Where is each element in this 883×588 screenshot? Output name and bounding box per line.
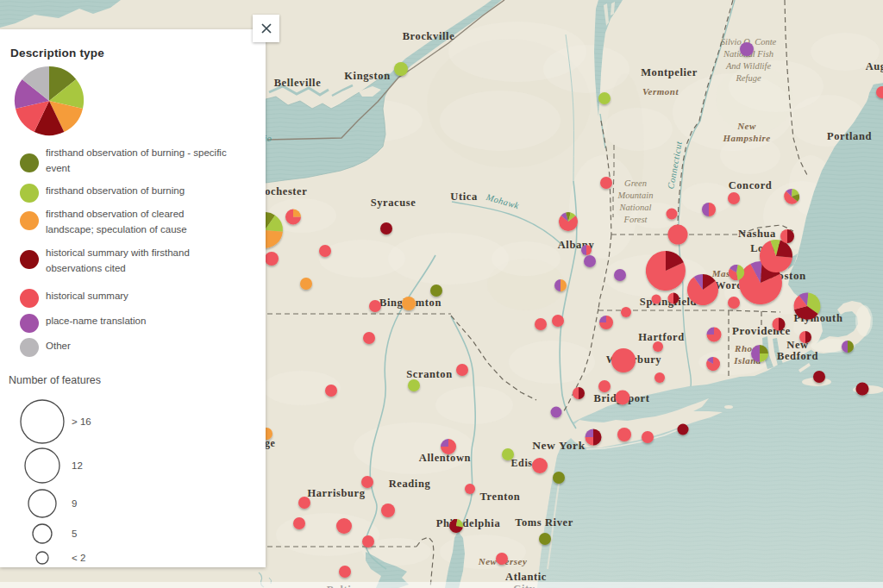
svg-text:Vermont: Vermont [642, 86, 679, 97]
svg-text:Montpelier: Montpelier [641, 66, 698, 78]
svg-text:Bedford: Bedford [777, 350, 818, 362]
svg-text:Forest: Forest [623, 215, 648, 224]
svg-text:> 16: > 16 [72, 416, 91, 427]
svg-text:Nashua: Nashua [738, 228, 776, 240]
svg-text:Syracuse: Syracuse [371, 197, 416, 209]
svg-text:Mountain: Mountain [617, 191, 654, 200]
svg-text:Trenton: Trenton [480, 491, 521, 503]
svg-text:Reading: Reading [389, 478, 431, 490]
svg-text:Green: Green [624, 178, 647, 188]
svg-text:New: New [736, 121, 756, 131]
svg-text:Scranton: Scranton [406, 368, 452, 380]
svg-text:9: 9 [72, 498, 77, 509]
svg-text:Hartford: Hartford [638, 331, 684, 343]
svg-text:Brockville: Brockville [403, 30, 455, 42]
svg-text:Philadelphia: Philadelphia [436, 517, 501, 529]
svg-text:12: 12 [72, 460, 83, 471]
svg-text:Belleville: Belleville [274, 77, 322, 89]
svg-text:Concord: Concord [729, 179, 773, 191]
svg-text:And Wildlife: And Wildlife [725, 61, 772, 71]
svg-text:Utica: Utica [450, 191, 478, 203]
svg-text:Toms River: Toms River [515, 516, 573, 529]
svg-text:Augusta: Augusta [866, 60, 883, 72]
svg-text:5: 5 [72, 529, 77, 539]
svg-text:Hampshire: Hampshire [722, 133, 770, 143]
svg-text:Refuge: Refuge [735, 73, 761, 83]
svg-text:Atlantic: Atlantic [505, 571, 547, 583]
svg-text:Harrisburg: Harrisburg [307, 487, 365, 499]
svg-text:Portland: Portland [827, 130, 872, 142]
svg-text:Kingston: Kingston [344, 70, 390, 82]
svg-text:< 2: < 2 [72, 553, 85, 563]
svg-text:Allentown: Allentown [419, 452, 471, 464]
svg-text:National: National [619, 203, 652, 212]
svg-text:New York: New York [532, 439, 586, 452]
